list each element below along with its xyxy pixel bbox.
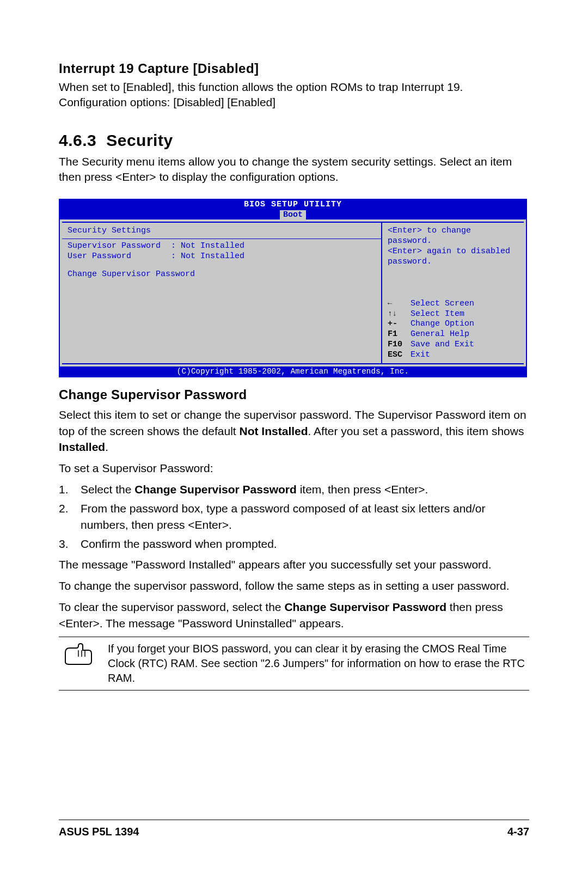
- bios-key: F10: [388, 340, 411, 350]
- bios-screenshot: BIOS SETUP UTILITY Boot Security Setting…: [59, 199, 527, 377]
- text-change-pw-1: Select this item to set or change the su…: [59, 407, 529, 455]
- text-span: item, then press <Enter>.: [297, 483, 428, 496]
- step-text: From the password box, type a password c…: [81, 500, 529, 533]
- bios-key-desc: General Help: [411, 329, 469, 340]
- footer-product: ASUS P5L 1394: [59, 826, 139, 838]
- bios-key-legend: ←Select Screen ↑↓Select Item +-Change Op…: [388, 299, 518, 360]
- note-block: If you forget your BIOS password, you ca…: [59, 637, 529, 691]
- note-text: If you forget your BIOS password, you ca…: [108, 641, 529, 686]
- text-span: .: [105, 441, 108, 453]
- bios-action-change-password: Change Supervisor Password: [68, 270, 376, 280]
- bios-title: BIOS SETUP UTILITY: [60, 200, 526, 210]
- bios-key-row: ↑↓Select Item: [388, 309, 518, 320]
- text-to-clear: To clear the supervisor password, select…: [59, 599, 529, 631]
- bios-value: Not Installed: [171, 252, 244, 262]
- bios-key-row: ←Select Screen: [388, 299, 518, 309]
- text-interrupt-body: When set to [Enabled], this function all…: [59, 80, 529, 111]
- bios-key: ESC: [388, 350, 411, 360]
- text-span: To clear the supervisor password, select…: [59, 601, 284, 613]
- list-item: 1.Select the Change Supervisor Password …: [59, 481, 529, 497]
- section-title: Security: [106, 131, 173, 149]
- text-after-set: The message "Password Installed" appears…: [59, 557, 529, 572]
- bios-value: Not Installed: [171, 241, 244, 252]
- bios-row-user: User Password Not Installed: [68, 252, 376, 262]
- bios-help-text: <Enter> to change password. <Enter> agai…: [388, 226, 518, 267]
- hand-pointing-icon: [59, 641, 108, 686]
- bios-key-row: +-Change Option: [388, 319, 518, 329]
- steps-list: 1.Select the Change Supervisor Password …: [59, 481, 529, 552]
- bios-key-desc: Change Option: [411, 319, 474, 329]
- bios-section-title: Security Settings: [68, 226, 376, 236]
- bios-copyright: (C)Copyright 1985-2002, American Megatre…: [60, 366, 526, 376]
- bios-left-pane: Security Settings Supervisor Password No…: [62, 222, 382, 364]
- text-to-set: To set a Supervisor Password:: [59, 461, 529, 476]
- text-bold: Change Supervisor Password: [134, 483, 297, 496]
- text-security-intro: The Security menu items allow you to cha…: [59, 154, 529, 185]
- bios-key-desc: Select Screen: [411, 299, 474, 309]
- text-span: Select the: [81, 483, 134, 496]
- step-text: Select the Change Supervisor Password it…: [81, 481, 529, 497]
- heading-interrupt: Interrupt 19 Capture [Disabled]: [59, 61, 529, 76]
- bios-header: BIOS SETUP UTILITY Boot: [60, 200, 526, 219]
- bios-key-desc: Save and Exit: [411, 340, 474, 350]
- bios-key-desc: Select Item: [411, 309, 464, 320]
- list-item: 2.From the password box, type a password…: [59, 500, 529, 533]
- bios-key: F1: [388, 329, 411, 340]
- bios-label: User Password: [68, 252, 171, 262]
- bios-key-row: F1General Help: [388, 329, 518, 340]
- heading-change-password: Change Supervisor Password: [59, 387, 529, 402]
- text-to-change: To change the supervisor password, follo…: [59, 578, 529, 594]
- bios-key-desc: Exit: [411, 350, 430, 360]
- text-bold: Change Supervisor Password: [284, 601, 446, 613]
- step-number: 3.: [59, 536, 81, 552]
- bios-row-supervisor: Supervisor Password Not Installed: [68, 241, 376, 252]
- bios-key-row: F10Save and Exit: [388, 340, 518, 350]
- text-bold: Installed: [59, 441, 105, 453]
- list-item: 3.Confirm the password when prompted.: [59, 536, 529, 552]
- updown-arrow-icon: ↑↓: [388, 309, 411, 320]
- text-span: . After you set a password, this item sh…: [308, 425, 524, 437]
- text-bold: Not Installed: [240, 425, 308, 437]
- bios-tab-boot: Boot: [280, 210, 306, 220]
- bios-label: Supervisor Password: [68, 241, 171, 252]
- page-footer: ASUS P5L 1394 4-37: [59, 820, 529, 838]
- step-number: 1.: [59, 481, 81, 497]
- footer-page-number: 4-37: [507, 826, 529, 838]
- heading-security: 4.6.3Security: [59, 131, 529, 150]
- step-text: Confirm the password when prompted.: [81, 536, 529, 552]
- section-number: 4.6.3: [59, 131, 96, 149]
- left-arrow-icon: ←: [388, 299, 411, 309]
- bios-right-pane: <Enter> to change password. <Enter> agai…: [382, 222, 524, 364]
- bios-key-row: ESCExit: [388, 350, 518, 360]
- bios-key: +-: [388, 319, 411, 329]
- step-number: 2.: [59, 500, 81, 533]
